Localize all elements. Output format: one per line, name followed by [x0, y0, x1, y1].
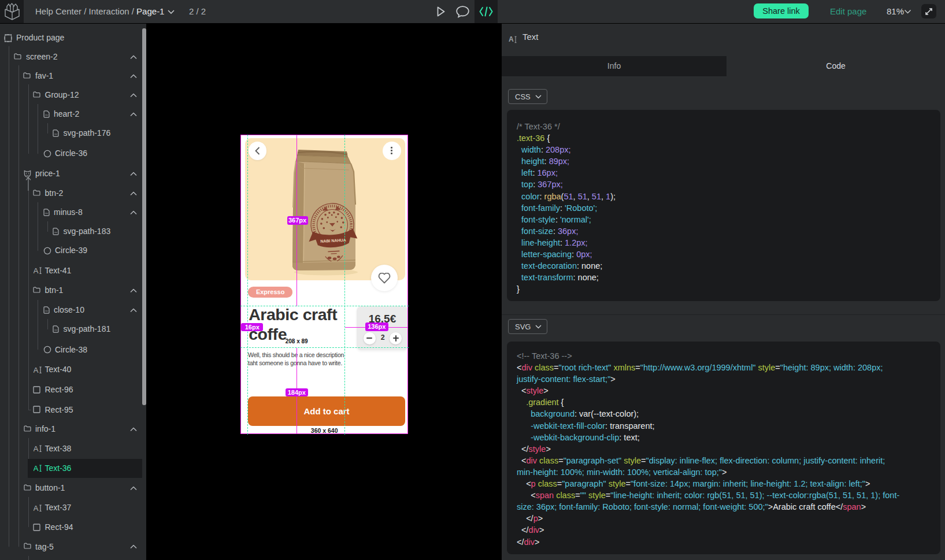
svg-text:A: A — [34, 504, 39, 512]
svg-text:A: A — [34, 366, 39, 374]
svg-text:A: A — [34, 444, 39, 453]
svg-text:A: A — [509, 35, 514, 43]
svg-text:A: A — [34, 266, 39, 275]
svg-text:A: A — [34, 464, 39, 472]
